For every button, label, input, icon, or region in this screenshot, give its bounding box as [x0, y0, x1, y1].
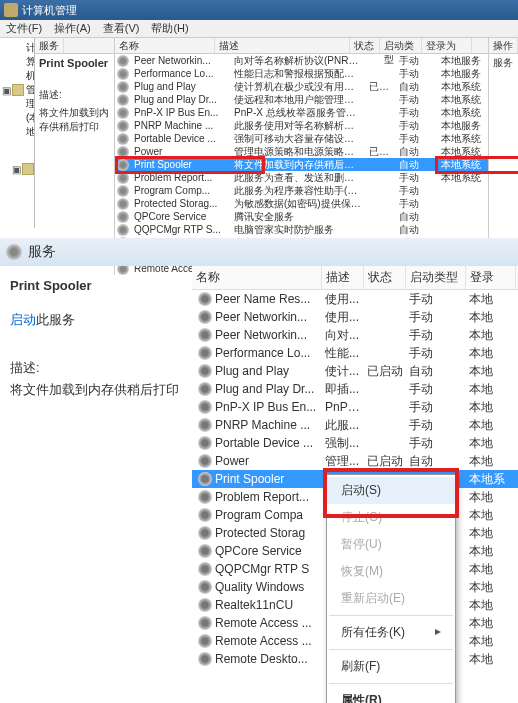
gear-icon: [198, 634, 212, 648]
gear-icon: [198, 328, 212, 342]
menu-properties[interactable]: 属性(R): [327, 687, 455, 703]
gear-icon: [198, 544, 212, 558]
gear-icon: [198, 508, 212, 522]
tree-node[interactable]: ▣计算机管理(本地): [2, 40, 32, 140]
gear-icon: [198, 580, 212, 594]
menu-file[interactable]: 文件(F): [6, 21, 42, 36]
hdr-name[interactable]: 名称: [192, 266, 322, 289]
menu-pause: 暂停(U): [327, 531, 455, 558]
actions-header: 操作: [489, 38, 518, 53]
menu-view[interactable]: 查看(V): [103, 21, 140, 36]
services-section-title: 服务: [28, 243, 56, 261]
desc-text: 将文件加载到内存供稍后打印: [35, 104, 114, 136]
service-row[interactable]: Performance Lo...性能日志和警报根据预配置的计划参数从本地或远程…: [115, 67, 488, 80]
service-row[interactable]: Plug and Play Dr...使远程和本地用户能管理排列和演示. 没有您…: [115, 93, 488, 106]
gear-icon: [198, 292, 212, 306]
gear-icon: [117, 81, 129, 93]
start-service-link[interactable]: 启动: [10, 312, 36, 327]
service-row[interactable]: Protected Storag...为敏感数据(如密码)提供保护存储, 以防止…: [115, 197, 488, 210]
gear-icon: [117, 107, 129, 119]
menu-action[interactable]: 操作(A): [54, 21, 91, 36]
service-row[interactable]: Plug and Play使计算机在极少或没有用户输入的情况下能识别和适应硬件的…: [115, 80, 488, 93]
gear-icon: [117, 55, 129, 67]
col-logon[interactable]: 登录为: [422, 38, 472, 53]
gear-icon: [198, 436, 212, 450]
gear-icon: [198, 598, 212, 612]
gear-icon: [117, 120, 129, 132]
gear-icon: [117, 211, 129, 223]
service-row[interactable]: Performance Lo...性能...手动本地: [192, 344, 518, 362]
gear-icon: [117, 198, 129, 210]
menu-start[interactable]: 启动(S): [327, 477, 455, 504]
service-row[interactable]: Portable Device ...强制可移动大容量存储设备的组策略. 使应用…: [115, 132, 488, 145]
col-start[interactable]: 启动类型: [380, 38, 422, 53]
services-section-bar: 服务: [0, 238, 518, 266]
service-row[interactable]: QPCore Service腾讯安全服务自动: [115, 210, 488, 223]
hdr-start[interactable]: 启动类型: [406, 266, 466, 289]
detail-desc-text: 将文件加载到内存供稍后打印: [10, 381, 182, 399]
hdr-desc[interactable]: 描述: [322, 266, 364, 289]
chevron-right-icon: ▸: [435, 624, 441, 638]
service-row[interactable]: Print Spooler将文件加载到内存供稍后打印自动本地系统: [115, 158, 488, 171]
gear-icon: [198, 616, 212, 630]
app-icon: [4, 3, 18, 17]
gear-icon: [198, 364, 212, 378]
gear-icon: [117, 159, 129, 171]
hdr-status[interactable]: 状态: [364, 266, 406, 289]
tree-node[interactable]: ▸任务计划程序: [2, 198, 32, 228]
menu-all-tasks[interactable]: 所有任务(K)▸: [327, 619, 455, 646]
service-row[interactable]: PNRP Machine ...此服...手动本地: [192, 416, 518, 434]
gear-icon: [117, 94, 129, 106]
service-row[interactable]: Peer Name Res...使用...手动本地: [192, 290, 518, 308]
service-row[interactable]: Problem Report...此服务为查看、发送和删除"问题报告和解决方案"…: [115, 171, 488, 184]
detail-desc-label: 描述:: [10, 359, 182, 377]
hdr-logon[interactable]: 登录: [466, 266, 516, 289]
menu-bar: 文件(F) 操作(A) 查看(V) 帮助(H): [0, 20, 518, 38]
gear-icon: [6, 244, 22, 260]
context-menu: 启动(S) 停止(O) 暂停(U) 恢复(M) 重新启动(E) 所有任务(K)▸…: [326, 474, 456, 703]
window-title: 计算机管理: [22, 3, 77, 18]
gear-icon: [198, 382, 212, 396]
menu-sep: [329, 615, 453, 616]
gear-icon: [198, 454, 212, 468]
detail-service-title: Print Spooler: [10, 278, 182, 293]
gear-icon: [198, 562, 212, 576]
service-row[interactable]: Program Comp...此服务为程序兼容性助手(PCA)提供支持. PCA…: [115, 184, 488, 197]
tree-node[interactable]: ▣系统工具: [2, 140, 32, 198]
nav-tree[interactable]: ▣计算机管理(本地)▣系统工具▸任务计划程序▸事件查看器▸共享文件夹▸性能设备管…: [0, 38, 35, 228]
start-service-line: 启动此服务: [10, 311, 182, 329]
service-row[interactable]: PnP-X IP Bus En...PnP-...手动本地: [192, 398, 518, 416]
service-row[interactable]: Power管理...已启动自动本地: [192, 452, 518, 470]
gear-icon: [117, 68, 129, 80]
service-row[interactable]: Peer Networkin...向对等名称解析协议(PNRP)和对等分组服务提…: [115, 54, 488, 67]
service-row[interactable]: PNRP Machine ...此服务使用对等名称解析协议(PNRP)在网内发布…: [115, 119, 488, 132]
gear-icon: [198, 418, 212, 432]
menu-refresh[interactable]: 刷新(F): [327, 653, 455, 680]
service-row[interactable]: Power管理电源策略和电源策略通知传送.已启动自动本地系统: [115, 145, 488, 158]
gear-icon: [198, 526, 212, 540]
start-service-suffix: 此服务: [36, 312, 75, 327]
menu-sep: [329, 649, 453, 650]
col-desc[interactable]: 描述: [215, 38, 350, 53]
service-row[interactable]: Portable Device ...强制...手动本地: [192, 434, 518, 452]
gear-icon: [198, 490, 212, 504]
actions-panel: 服务: [489, 54, 518, 72]
service-row[interactable]: Peer Networkin...使用...手动本地: [192, 308, 518, 326]
menu-help[interactable]: 帮助(H): [151, 21, 188, 36]
gear-icon: [198, 346, 212, 360]
service-row[interactable]: Plug and Play使计...已启动自动本地: [192, 362, 518, 380]
col-name[interactable]: 名称: [115, 38, 215, 53]
menu-sep: [329, 683, 453, 684]
selected-service-title: Print Spooler: [35, 54, 114, 72]
service-row[interactable]: Peer Networkin...向对...手动本地: [192, 326, 518, 344]
service-row[interactable]: Plug and Play Dr...即插...手动本地: [192, 380, 518, 398]
gear-icon: [198, 472, 212, 486]
col-status[interactable]: 状态: [350, 38, 380, 53]
menu-resume: 恢复(M): [327, 558, 455, 585]
gear-icon: [198, 400, 212, 414]
gear-icon: [117, 185, 129, 197]
window-titlebar: 计算机管理: [0, 0, 518, 20]
service-row[interactable]: PnP-X IP Bus En...PnP-X 总线枚举器服务管理连接到网络的设…: [115, 106, 488, 119]
gear-icon: [198, 310, 212, 324]
gear-icon: [117, 172, 129, 184]
